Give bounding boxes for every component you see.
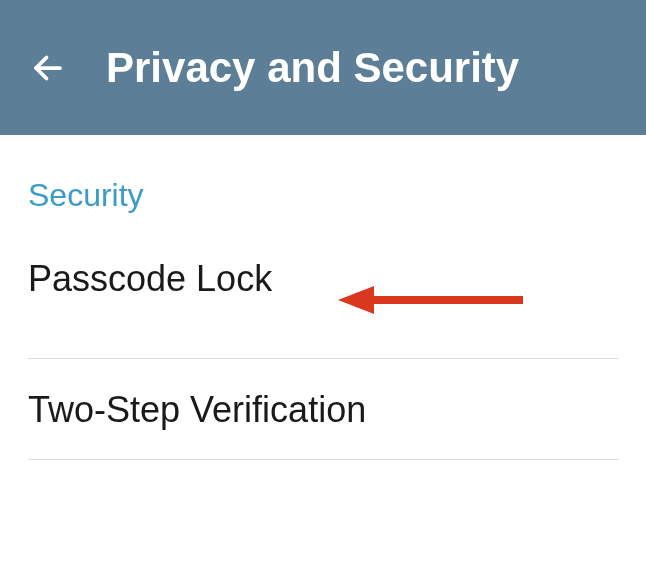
setting-item-label: Two-Step Verification <box>28 389 366 431</box>
annotation-arrow-icon <box>338 280 528 320</box>
page-title: Privacy and Security <box>106 44 519 92</box>
back-button[interactable] <box>30 50 66 86</box>
setting-item-two-step-verification[interactable]: Two-Step Verification <box>28 359 618 459</box>
settings-content: Security Passcode Lock Two-Step Verifica… <box>0 135 646 460</box>
divider <box>28 459 618 460</box>
svg-marker-2 <box>338 286 374 314</box>
arrow-left-icon <box>30 50 66 86</box>
section-header-security: Security <box>28 177 618 214</box>
setting-item-passcode-lock[interactable]: Passcode Lock <box>28 258 618 358</box>
app-header: Privacy and Security <box>0 0 646 135</box>
setting-item-label: Passcode Lock <box>28 258 272 300</box>
